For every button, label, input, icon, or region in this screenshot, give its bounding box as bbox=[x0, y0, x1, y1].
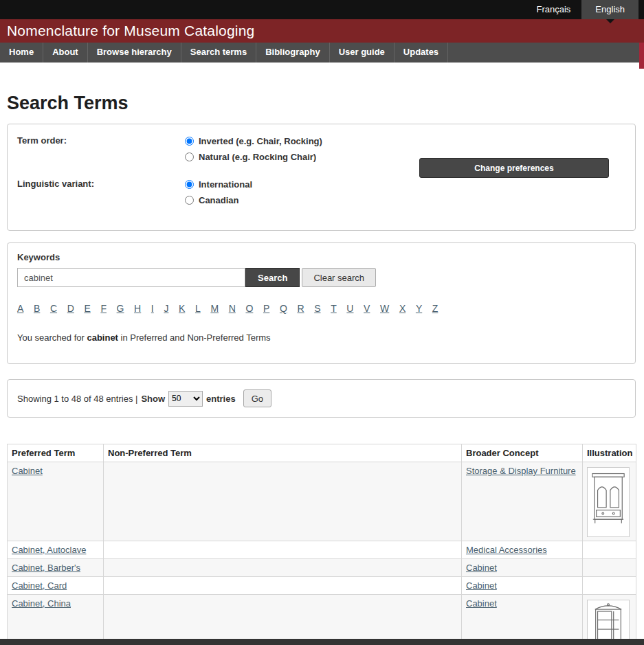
nav-item-updates[interactable]: Updates bbox=[395, 43, 448, 63]
term-order-option-natural-label: Natural (e.g. Rocking Chair) bbox=[199, 152, 316, 162]
preferred-term-link[interactable]: Cabinet, Card bbox=[12, 580, 67, 591]
alphabet-link[interactable]: Y bbox=[416, 303, 422, 314]
alphabet-link[interactable]: U bbox=[346, 303, 353, 314]
alphabet-link[interactable]: O bbox=[245, 303, 253, 314]
alphabet-link[interactable]: P bbox=[263, 303, 269, 314]
page-size-select[interactable]: 50 bbox=[168, 391, 203, 407]
scrollbar-thumb[interactable] bbox=[639, 43, 644, 69]
term-order-option-inverted[interactable]: Inverted (e.g. Chair, Rocking) bbox=[185, 133, 322, 149]
alphabet-link[interactable]: C bbox=[50, 303, 57, 314]
change-preferences-button[interactable]: Change preferences bbox=[419, 158, 609, 178]
alphabet-link[interactable]: V bbox=[364, 303, 370, 314]
non-preferred-term-cell bbox=[104, 462, 462, 541]
linguistic-option-canadian-label: Canadian bbox=[199, 195, 239, 205]
nav-item-home[interactable]: Home bbox=[0, 43, 43, 63]
nav-item-bibliography[interactable]: Bibliography bbox=[256, 43, 329, 63]
active-language-caret-icon bbox=[606, 19, 614, 23]
search-button[interactable]: Search bbox=[245, 268, 300, 287]
alphabet-link[interactable]: M bbox=[210, 303, 219, 314]
search-row: Search Clear search bbox=[17, 268, 625, 287]
language-link-francais[interactable]: Français bbox=[526, 0, 582, 19]
term-order-options: Inverted (e.g. Chair, Rocking) Natural (… bbox=[185, 133, 322, 165]
keywords-panel: Keywords Search Clear search A B C D E F… bbox=[7, 242, 636, 364]
go-button[interactable]: Go bbox=[243, 389, 271, 407]
alphabet-link[interactable]: Z bbox=[432, 303, 438, 314]
non-preferred-term-cell bbox=[104, 541, 462, 559]
linguistic-option-canadian[interactable]: Canadian bbox=[185, 192, 252, 208]
linguistic-variant-group: Linguistic variant: International Canadi… bbox=[17, 177, 625, 208]
term-order-option-natural[interactable]: Natural (e.g. Rocking Chair) bbox=[185, 149, 322, 165]
non-preferred-term-cell bbox=[104, 595, 462, 645]
show-label: Show bbox=[141, 394, 165, 404]
alphabet-link[interactable]: J bbox=[164, 303, 168, 314]
preferred-term-link[interactable]: Cabinet, Barber's bbox=[12, 563, 80, 573]
linguistic-radio-international[interactable] bbox=[185, 180, 194, 189]
alphabet-link[interactable]: T bbox=[331, 303, 337, 314]
broader-concept-link[interactable]: Medical Accessories bbox=[466, 545, 547, 555]
alphabet-link[interactable]: D bbox=[67, 303, 74, 314]
alphabet-link[interactable]: F bbox=[100, 303, 107, 314]
term-order-radio-inverted[interactable] bbox=[185, 137, 194, 146]
broader-concept-link[interactable]: Cabinet bbox=[466, 580, 497, 591]
table-header-row: Preferred Term Non-Preferred Term Broade… bbox=[8, 444, 636, 462]
preferred-term-link[interactable]: Cabinet, China bbox=[12, 598, 71, 609]
alphabet-link[interactable]: H bbox=[134, 303, 141, 314]
broader-concept-link[interactable]: Storage & Display Furniture bbox=[466, 466, 576, 476]
table-row: Cabinet, China Cabinet bbox=[8, 595, 636, 645]
preferred-term-link[interactable]: Cabinet, Autoclave bbox=[12, 545, 86, 555]
alphabet-link[interactable]: K bbox=[179, 303, 185, 314]
column-header-illustration: Illustration bbox=[583, 444, 636, 462]
linguistic-option-international-label: International bbox=[199, 179, 252, 190]
nav-item-search-terms[interactable]: Search terms bbox=[181, 43, 256, 63]
linguistic-variant-label: Linguistic variant: bbox=[17, 177, 185, 208]
linguistic-variant-options: International Canadian bbox=[185, 177, 252, 208]
cabinet-line-drawing-icon bbox=[590, 470, 627, 534]
language-link-english[interactable]: English bbox=[581, 0, 639, 19]
table-row: Cabinet, Card Cabinet bbox=[8, 577, 636, 595]
broader-concept-link[interactable]: Cabinet bbox=[466, 598, 497, 609]
alphabet-link[interactable]: B bbox=[34, 303, 40, 314]
alphabet-link[interactable]: Q bbox=[280, 303, 287, 314]
alphabet-link[interactable]: I bbox=[151, 303, 154, 314]
column-header-non-preferred-term: Non-Preferred Term bbox=[104, 444, 462, 462]
alphabet-link[interactable]: N bbox=[229, 303, 236, 314]
result-keyword: cabinet bbox=[87, 332, 118, 343]
linguistic-radio-canadian[interactable] bbox=[185, 196, 194, 205]
alphabet-link[interactable]: E bbox=[84, 303, 90, 314]
main-content: Search Terms Term order: Inverted (e.g. … bbox=[0, 93, 644, 645]
nav-item-about[interactable]: About bbox=[43, 43, 88, 63]
nav-item-browse-hierarchy[interactable]: Browse hierarchy bbox=[88, 43, 181, 63]
main-nav: Home About Browse hierarchy Search terms… bbox=[0, 43, 644, 63]
non-preferred-term-cell bbox=[104, 577, 462, 595]
column-header-broader-concept: Broader Concept bbox=[462, 444, 583, 462]
clear-search-button[interactable]: Clear search bbox=[302, 268, 376, 287]
result-suffix: in Preferred and Non-Preferred Terms bbox=[121, 332, 271, 343]
language-bar: Français English bbox=[0, 0, 644, 19]
broader-concept-link[interactable]: Cabinet bbox=[466, 563, 497, 573]
linguistic-option-international[interactable]: International bbox=[185, 177, 252, 192]
illustration-cell bbox=[583, 577, 636, 595]
page-title: Search Terms bbox=[7, 93, 636, 114]
showing-entries-text: Showing 1 to 48 of 48 entries | bbox=[17, 394, 137, 404]
table-row: Cabinet, Autoclave Medical Accessories bbox=[8, 541, 636, 559]
pagination-panel: Showing 1 to 48 of 48 entries | Show 50 … bbox=[7, 379, 636, 418]
column-header-preferred-term: Preferred Term bbox=[8, 444, 104, 462]
alphabet-link[interactable]: W bbox=[380, 303, 389, 314]
alphabet-link[interactable]: A bbox=[17, 303, 23, 314]
table-row: Cabinet Storage & Display Furniture bbox=[8, 462, 636, 541]
alphabet-link[interactable]: X bbox=[399, 303, 406, 314]
alphabet-link[interactable]: R bbox=[297, 303, 304, 314]
illustration-cell bbox=[583, 559, 636, 577]
non-preferred-term-cell bbox=[104, 559, 462, 577]
alphabet-link[interactable]: L bbox=[195, 303, 201, 314]
term-order-option-inverted-label: Inverted (e.g. Chair, Rocking) bbox=[199, 136, 322, 146]
language-link-english-label: English bbox=[595, 4, 625, 14]
search-input[interactable] bbox=[17, 268, 245, 287]
alphabet-link[interactable]: G bbox=[117, 303, 124, 314]
preferred-term-link[interactable]: Cabinet bbox=[12, 466, 43, 476]
cabinet-illustration[interactable] bbox=[587, 467, 630, 537]
term-order-radio-natural[interactable] bbox=[185, 152, 194, 161]
nav-item-user-guide[interactable]: User guide bbox=[330, 43, 395, 63]
alphabet-link[interactable]: S bbox=[314, 303, 320, 314]
term-order-label: Term order: bbox=[17, 133, 185, 165]
